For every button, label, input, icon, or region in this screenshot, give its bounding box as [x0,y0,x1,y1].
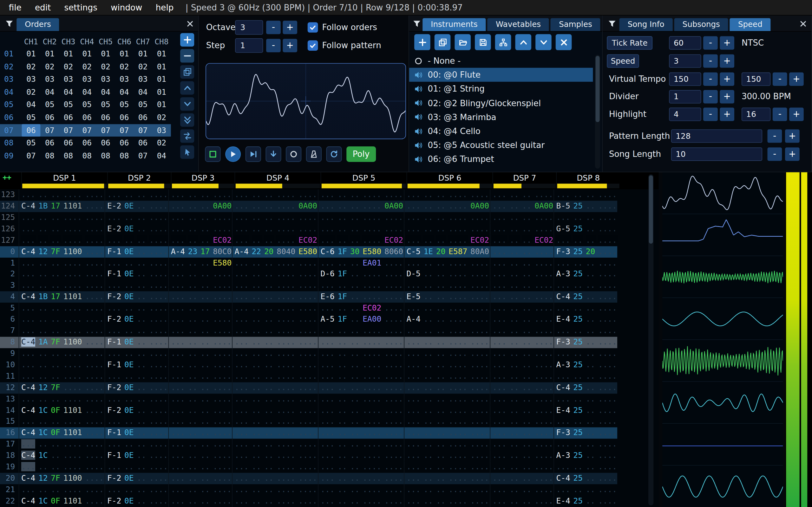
pattern-cell[interactable]: ............... [318,461,404,473]
pattern-cell[interactable]: ...........EC02 [404,235,490,246]
pattern-cell[interactable]: F-10E...... [105,359,168,371]
order-change-mode-button[interactable] [180,129,194,143]
orders-cell[interactable]: 01 [152,86,171,99]
pattern-cell[interactable]: ............... [404,371,490,382]
pattern-cell[interactable]: ............... [318,280,404,291]
instrument-item[interactable]: 00: @0 Flute [409,68,593,82]
pattern-cell[interactable]: ............... [19,484,105,496]
pattern-cell[interactable]: ........... [554,371,617,382]
pattern-cell[interactable]: ............... [232,439,318,450]
instrument-item[interactable]: 04: @4 Cello [409,124,593,138]
pattern-cell[interactable]: A-325...... [554,450,617,462]
pattern-row[interactable]: 2...............F-10E...................… [0,269,617,280]
pattern-cell[interactable]: F-32520.... [554,246,617,257]
pattern-cell[interactable]: F-10E...... [105,246,168,257]
pattern-cell[interactable]: ............... [19,189,105,201]
pattern-cell[interactable]: ........... [168,212,232,223]
pattern-cell[interactable]: ............... [232,302,318,314]
pattern-cell[interactable]: ............... [404,189,490,201]
pattern-cell[interactable]: ........... [168,348,232,360]
pattern-row[interactable]: 123.....................................… [0,189,617,201]
orders-cell[interactable]: 06 [115,136,134,149]
orders-cell[interactable]: 07 [115,124,134,136]
pattern-cell[interactable]: ............... [19,371,105,382]
pattern-row[interactable]: 7.......................................… [0,326,617,337]
pattern-cell[interactable]: ........... [554,302,617,314]
pattern-row[interactable]: 16C-41C0F1101....F-10E..................… [0,428,617,439]
pattern-cell[interactable]: ............... [19,235,105,246]
virtual-tempo-denominator-decrease-button[interactable]: - [773,72,787,86]
pattern-cell[interactable]: ........... [105,394,168,405]
pattern-cell[interactable]: ............... [318,223,404,235]
pattern-cell[interactable]: ............... [404,461,490,473]
pattern-cell[interactable]: E-20E...... [105,223,168,235]
orders-cell[interactable]: 02 [22,60,41,73]
divider-increase-button[interactable]: + [720,90,734,103]
menu-window[interactable]: window [104,3,149,12]
pattern-cell[interactable]: ........... [168,326,232,337]
pattern-cell[interactable]: D-5............ [404,269,490,280]
pattern-cell[interactable]: F-20E...... [105,496,168,507]
orders-cell[interactable]: 01 [134,48,152,60]
pattern-cell[interactable]: E-61F.......... [318,291,404,303]
pattern-cell[interactable]: .......EC02.... [318,302,404,314]
expand-buttons[interactable]: ++ [0,172,19,183]
orders-cell[interactable]: 01 [152,99,171,111]
divider-decrease-button[interactable]: - [703,90,718,103]
orders-cell[interactable]: 01 [152,60,171,73]
pattern-cell[interactable]: ............... [232,189,318,201]
speed-mode-button[interactable]: Speed [607,54,639,67]
pattern-cell[interactable]: ............... [232,223,318,235]
orders-cell[interactable]: 07 [78,124,96,136]
pattern-cell[interactable]: ........... [168,439,232,450]
pattern-cell[interactable]: ............... [404,337,490,348]
tab-orders[interactable]: Orders [16,18,59,31]
orders-row[interactable]: 050405050505050501 [0,99,171,111]
pattern-cell[interactable]: C-425...... [554,473,617,484]
orders-cell[interactable]: 08 [96,149,115,162]
pattern-cell[interactable]: ............... [232,394,318,405]
filter-icon[interactable] [413,18,421,30]
pattern-cell[interactable]: ........... [105,461,168,473]
pattern-cell[interactable]: ........... [490,269,554,280]
pattern-cell[interactable]: ........... [105,326,168,337]
pattern-cell[interactable]: C-41B171101.... [19,291,105,303]
orders-cell[interactable]: 05 [115,99,134,111]
pattern-cell[interactable]: ............... [404,326,490,337]
pattern-cell[interactable]: ........... [168,450,232,462]
pattern-row[interactable]: 13......................................… [0,394,617,405]
pattern-cell[interactable]: C-4127F........ [19,382,105,394]
orders-cell[interactable]: 04 [134,86,152,99]
pattern-cell[interactable]: ........... [105,416,168,428]
tick-rate-input[interactable] [669,36,701,49]
instrument-save-button[interactable] [475,34,491,50]
pattern-cell[interactable]: ............... [404,280,490,291]
pattern-row[interactable]: 0C-4127F1100....F-10E......A-4231780C0A-… [0,246,617,257]
pattern-cell[interactable]: ........... [168,428,232,439]
pattern-cell[interactable]: C-41C.......... [19,450,105,462]
orders-cell[interactable]: 06 [78,136,96,149]
instrument-delete-button[interactable] [556,34,572,50]
scrollbar-thumb[interactable] [649,175,653,244]
orders-cell[interactable]: 07 [22,149,41,162]
channel-header[interactable]: DSP 1 [21,172,107,188]
orders-row[interactable]: 060506060606060602 [0,111,171,124]
pattern-cell[interactable]: ............... [318,189,404,201]
orders-cell[interactable]: 07 [134,149,152,162]
tick-rate-mode-button[interactable]: Tick Rate [607,36,653,49]
pattern-cell[interactable]: ........... [490,473,554,484]
pattern-row[interactable]: 5.......................................… [0,302,617,314]
follow-orders-checkbox[interactable] [308,22,318,33]
pattern-cell[interactable]: F-10E...... [105,450,168,462]
pattern-cell[interactable]: C-425...... [554,382,617,394]
tab-instruments[interactable]: Instruments [422,18,486,31]
pattern-row[interactable]: 9.......................................… [0,348,617,360]
pattern-cell[interactable]: ............... [404,348,490,360]
pattern-cell[interactable]: ........... [490,416,554,428]
tick-rate-increase-button[interactable]: + [720,36,734,49]
pattern-row[interactable]: 15......................................… [0,416,617,428]
pattern-cell[interactable]: E-20E...... [105,201,168,212]
orders-cell[interactable]: 03 [96,73,115,86]
pattern-cell[interactable]: F-10E...... [105,269,168,280]
pattern-length-decrease-button[interactable]: - [768,129,782,143]
